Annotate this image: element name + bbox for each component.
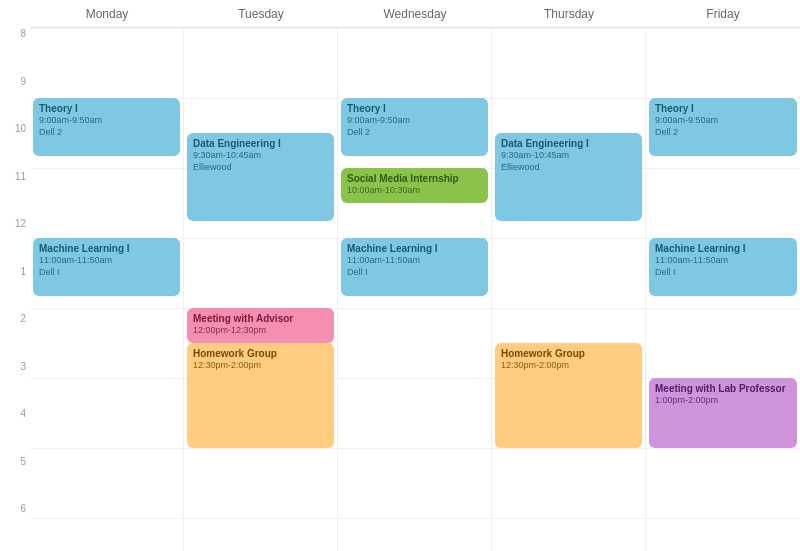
day-header: Friday [646, 0, 800, 27]
time-label: 5 [0, 456, 30, 504]
day-column-monday: Theory I9:00am-9:50amDell 2Machine Learn… [30, 28, 184, 551]
calendar-event[interactable]: Meeting with Lab Professor1:00pm-2:00pm [649, 378, 797, 448]
event-location: Dell 2 [347, 127, 482, 139]
day-header: Thursday [492, 0, 646, 27]
calendar-event[interactable]: Machine Learning I11:00am-11:50amDell I [341, 238, 488, 296]
event-time: 1:00pm-2:00pm [655, 395, 791, 407]
calendar: 89101112123456 MondayTuesdayWednesdayThu… [0, 0, 800, 551]
calendar-event[interactable]: Social Media Internship10:00am-10:30am [341, 168, 488, 203]
event-time: 9:30am-10:45am [501, 150, 636, 162]
day-header: Wednesday [338, 0, 492, 27]
event-title: Social Media Internship [347, 172, 482, 185]
day-column-wednesday: Theory I9:00am-9:50amDell 2Social Media … [338, 28, 492, 551]
event-time: 10:00am-10:30am [347, 185, 482, 197]
event-time: 9:30am-10:45am [193, 150, 328, 162]
calendar-event[interactable]: Meeting with Advisor12:00pm-12:30pm [187, 308, 334, 343]
event-time: 11:00am-11:50am [39, 255, 174, 267]
grid-body: Theory I9:00am-9:50amDell 2Machine Learn… [30, 28, 800, 551]
event-title: Machine Learning I [347, 242, 482, 255]
event-title: Meeting with Lab Professor [655, 382, 791, 395]
event-title: Theory I [655, 102, 791, 115]
time-label: 12 [0, 218, 30, 266]
event-title: Meeting with Advisor [193, 312, 328, 325]
event-location: Dell I [655, 267, 791, 279]
event-location: Elliewood [501, 162, 636, 174]
event-location: Dell 2 [39, 127, 174, 139]
calendar-event[interactable]: Machine Learning I11:00am-11:50amDell I [33, 238, 180, 296]
event-time: 11:00am-11:50am [347, 255, 482, 267]
calendar-event[interactable]: Machine Learning I11:00am-11:50amDell I [649, 238, 797, 296]
event-location: Elliewood [193, 162, 328, 174]
grid-area: MondayTuesdayWednesdayThursdayFriday The… [30, 0, 800, 551]
time-label: 10 [0, 123, 30, 171]
time-column: 89101112123456 [0, 0, 30, 551]
event-time: 12:30pm-2:00pm [501, 360, 636, 372]
calendar-event[interactable]: Homework Group12:30pm-2:00pm [187, 343, 334, 448]
time-label: 8 [0, 28, 30, 76]
event-title: Homework Group [501, 347, 636, 360]
calendar-event[interactable]: Theory I9:00am-9:50amDell 2 [33, 98, 180, 156]
event-time: 11:00am-11:50am [655, 255, 791, 267]
time-label: 2 [0, 313, 30, 361]
calendar-event[interactable]: Theory I9:00am-9:50amDell 2 [341, 98, 488, 156]
day-column-tuesday: Data Engineering I9:30am-10:45amElliewoo… [184, 28, 338, 551]
day-header: Tuesday [184, 0, 338, 27]
time-label: 9 [0, 76, 30, 124]
event-time: 12:30pm-2:00pm [193, 360, 328, 372]
time-label: 3 [0, 361, 30, 409]
event-location: Dell I [347, 267, 482, 279]
day-column-friday: Theory I9:00am-9:50amDell 2Machine Learn… [646, 28, 800, 551]
calendar-event[interactable]: Data Engineering I9:30am-10:45amElliewoo… [187, 133, 334, 221]
event-title: Data Engineering I [193, 137, 328, 150]
event-title: Machine Learning I [655, 242, 791, 255]
event-time: 12:00pm-12:30pm [193, 325, 328, 337]
event-title: Machine Learning I [39, 242, 174, 255]
time-label: 4 [0, 408, 30, 456]
calendar-event[interactable]: Homework Group12:30pm-2:00pm [495, 343, 642, 448]
event-time: 9:00am-9:50am [347, 115, 482, 127]
day-header: Monday [30, 0, 184, 27]
event-title: Theory I [39, 102, 174, 115]
time-label: 1 [0, 266, 30, 314]
calendar-event[interactable]: Data Engineering I9:30am-10:45amElliewoo… [495, 133, 642, 221]
time-label: 6 [0, 503, 30, 551]
time-label: 11 [0, 171, 30, 219]
event-location: Dell 2 [655, 127, 791, 139]
event-location: Dell I [39, 267, 174, 279]
event-title: Theory I [347, 102, 482, 115]
event-time: 9:00am-9:50am [39, 115, 174, 127]
event-title: Data Engineering I [501, 137, 636, 150]
calendar-event[interactable]: Theory I9:00am-9:50amDell 2 [649, 98, 797, 156]
day-column-thursday: Data Engineering I9:30am-10:45amElliewoo… [492, 28, 646, 551]
day-headers: MondayTuesdayWednesdayThursdayFriday [30, 0, 800, 28]
event-time: 9:00am-9:50am [655, 115, 791, 127]
event-title: Homework Group [193, 347, 328, 360]
